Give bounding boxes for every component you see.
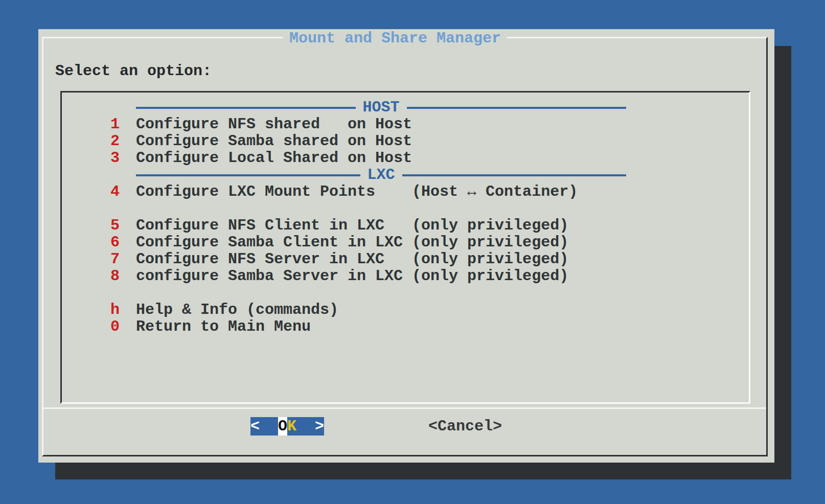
menu-item-label: configure Samba Server in LXC (only priv… bbox=[136, 267, 568, 285]
menu-item-help[interactable]: hHelp & Info (commands) bbox=[62, 302, 749, 318]
menu-item-2[interactable]: 2Configure Samba shared on Host bbox=[62, 133, 749, 150]
menu-item-key: h bbox=[110, 302, 136, 318]
ok-button-hotkey: K bbox=[287, 418, 296, 435]
menu-item-key: 0 bbox=[110, 318, 136, 335]
menu-item-5[interactable]: 5Configure NFS Client in LXC (only privi… bbox=[62, 217, 749, 234]
section-label: LXC bbox=[360, 167, 402, 184]
menu-item-4[interactable]: 4Configure LXC Mount Points (Host ↔ Cont… bbox=[62, 184, 749, 200]
dialog-title: Mount and Share Manager bbox=[283, 30, 507, 47]
menu-item-key: 6 bbox=[110, 234, 136, 251]
menu-item-label: Help & Info (commands) bbox=[136, 301, 338, 318]
menu-spacer bbox=[62, 285, 749, 302]
menu-item-6[interactable]: 6Configure Samba Client in LXC (only pri… bbox=[62, 234, 749, 251]
menu-item-return[interactable]: 0Return to Main Menu bbox=[62, 318, 749, 335]
menu-item-7[interactable]: 7Configure NFS Server in LXC (only privi… bbox=[62, 251, 749, 268]
menu-listbox: HOST 1Configure NFS shared on Host 2Conf… bbox=[60, 91, 750, 404]
menu-spacer bbox=[62, 200, 749, 217]
menu-item-label: Configure Samba Client in LXC (only priv… bbox=[136, 234, 568, 251]
menu-item-key: 3 bbox=[110, 150, 136, 167]
menu-section-lxc: LXC bbox=[62, 167, 626, 184]
cancel-button[interactable]: <Cancel> bbox=[428, 417, 502, 436]
separator-line bbox=[402, 174, 627, 176]
menu-item-key: 8 bbox=[110, 268, 136, 285]
menu-item-label: Configure Samba shared on Host bbox=[136, 132, 412, 150]
menu: HOST 1Configure NFS shared on Host 2Conf… bbox=[62, 99, 749, 335]
section-label: HOST bbox=[356, 99, 407, 116]
menu-item-key: 1 bbox=[110, 116, 136, 133]
menu-item-label: Return to Main Menu bbox=[136, 318, 311, 335]
menu-item-key: 5 bbox=[110, 217, 136, 234]
dialog-window: Mount and Share Manager Select an option… bbox=[38, 29, 774, 463]
prompt-text: Select an option: bbox=[55, 63, 212, 80]
ok-button-cursor: O bbox=[278, 417, 287, 436]
menu-item-key: 4 bbox=[110, 184, 136, 200]
menu-item-label: Configure NFS shared on Host bbox=[136, 116, 412, 133]
menu-item-label: Configure Local Shared on Host bbox=[136, 149, 412, 167]
menu-item-label: Configure NFS Server in LXC (only privil… bbox=[136, 250, 568, 268]
menu-item-label: Configure LXC Mount Points (Host ↔ Conta… bbox=[136, 183, 578, 200]
menu-item-label: Configure NFS Client in LXC (only privil… bbox=[136, 217, 568, 234]
menu-item-1[interactable]: 1Configure NFS shared on Host bbox=[62, 116, 749, 133]
separator-line bbox=[136, 107, 356, 109]
ok-button[interactable]: < OK > bbox=[250, 417, 324, 436]
separator-line bbox=[407, 107, 627, 109]
menu-item-8[interactable]: 8configure Samba Server in LXC (only pri… bbox=[62, 268, 749, 285]
menu-section-host: HOST bbox=[62, 99, 626, 116]
ok-button-right-bracket: > bbox=[296, 418, 324, 435]
button-row-separator bbox=[43, 407, 766, 409]
menu-item-key: 2 bbox=[110, 133, 136, 150]
menu-item-3[interactable]: 3Configure Local Shared on Host bbox=[62, 150, 749, 167]
menu-item-key: 7 bbox=[110, 251, 136, 268]
separator-line bbox=[136, 174, 360, 176]
ok-button-left-bracket: < bbox=[250, 418, 278, 435]
